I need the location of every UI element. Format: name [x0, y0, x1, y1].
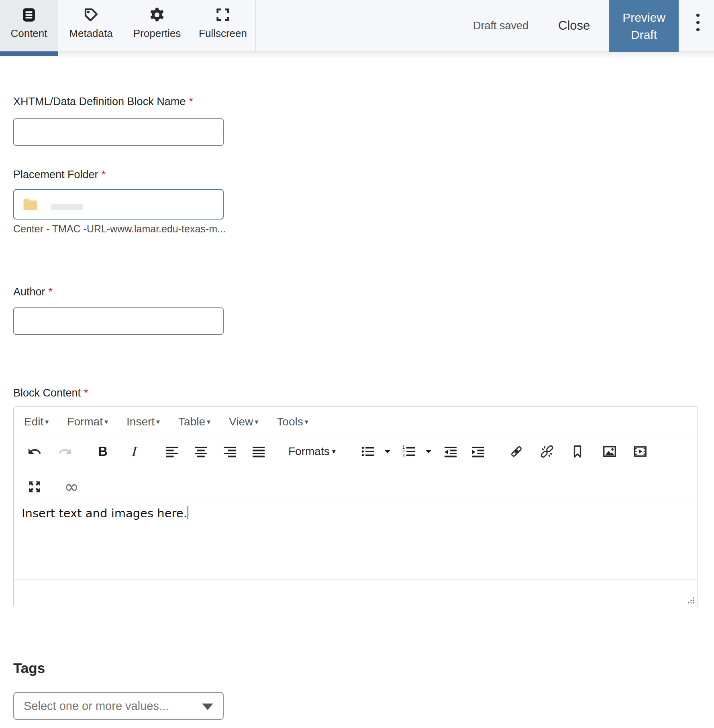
required-asterisk: *	[102, 169, 106, 181]
tab-metadata-label: Metadata	[69, 27, 112, 40]
text-cursor	[188, 506, 188, 519]
close-button[interactable]: Close	[558, 0, 590, 51]
indent-button[interactable]	[467, 442, 488, 461]
numbered-list-button[interactable]: 123	[398, 442, 419, 461]
editor-content-text: Insert text and images here.	[22, 506, 187, 520]
tags-heading: Tags	[13, 660, 45, 676]
menu-view[interactable]: View▾	[229, 415, 258, 428]
tab-strip: Content Metadata Properties Fullscreen	[0, 0, 714, 51]
rich-text-editor: Edit▾ Format▾ Insert▾ Table▾ View▾ Tools…	[13, 406, 698, 607]
placement-folder-label: Placement Folder*	[13, 169, 106, 181]
redo-button[interactable]	[55, 442, 75, 461]
tab-properties[interactable]: Properties	[124, 0, 190, 51]
insert-image-button[interactable]	[599, 442, 620, 461]
required-asterisk: *	[84, 387, 88, 399]
chevron-down-icon: ▾	[207, 417, 210, 426]
undo-icon	[27, 444, 42, 459]
tab-metadata[interactable]: Metadata	[58, 0, 124, 51]
numbered-list-icon: 123	[402, 444, 416, 459]
tab-content-label: Content	[10, 27, 47, 40]
tab-properties-label: Properties	[133, 27, 181, 40]
bold-button[interactable]: B	[92, 442, 113, 461]
indent-icon	[471, 444, 485, 459]
author-label: Author*	[13, 286, 53, 298]
media-icon	[633, 444, 647, 459]
placement-folder-chooser[interactable]	[13, 189, 224, 220]
header-shadow	[0, 52, 714, 59]
align-center-icon	[194, 444, 208, 459]
more-options-kebab-icon[interactable]	[690, 0, 706, 48]
required-asterisk: *	[49, 286, 53, 298]
internal-link-button[interactable]: ∞	[61, 477, 82, 496]
menu-tools[interactable]: Tools▾	[277, 415, 308, 428]
align-left-button[interactable]	[161, 442, 182, 461]
block-content-label: Block Content*	[13, 387, 88, 399]
placement-folder-name-obscured	[51, 204, 83, 210]
draft-saved-status: Draft saved	[473, 0, 528, 51]
editor-toolbar: B I Formats▾	[14, 437, 698, 498]
align-right-icon	[222, 444, 237, 459]
tab-fullscreen[interactable]: Fullscreen	[190, 0, 256, 51]
chevron-down-icon: ▾	[156, 417, 160, 426]
content-icon	[20, 6, 38, 24]
chevron-down-icon: ▾	[45, 417, 49, 426]
undo-button[interactable]	[24, 442, 45, 461]
anchor-bookmark-button[interactable]	[567, 442, 588, 461]
tab-content[interactable]: Content	[0, 0, 58, 51]
preview-draft-line2: Draft	[631, 26, 657, 43]
bullet-list-button[interactable]	[357, 442, 378, 461]
menu-insert[interactable]: Insert▾	[126, 415, 160, 428]
editor-status-bar	[14, 579, 698, 607]
editor-menubar: Edit▾ Format▾ Insert▾ Table▾ View▾ Tools…	[14, 407, 698, 437]
outdent-button[interactable]	[440, 442, 461, 461]
fullscreen-brackets-icon	[214, 6, 232, 24]
numbered-list-caret-icon	[424, 447, 432, 456]
chevron-down-icon: ▾	[305, 417, 308, 426]
chevron-down-icon	[202, 704, 213, 710]
unlink-button[interactable]	[537, 442, 557, 461]
italic-button[interactable]: I	[123, 442, 144, 461]
bullet-list-caret-button[interactable]	[381, 442, 394, 461]
chevron-down-icon: ▾	[255, 417, 258, 426]
preview-draft-button[interactable]: Preview Draft	[609, 0, 679, 52]
bookmark-icon	[570, 444, 585, 459]
tags-placeholder: Select one or more values...	[24, 700, 169, 713]
align-right-button[interactable]	[219, 442, 240, 461]
numbered-list-caret-button[interactable]	[422, 442, 435, 461]
align-justify-icon	[251, 444, 266, 459]
menu-format[interactable]: Format▾	[67, 415, 108, 428]
tag-icon	[82, 6, 100, 24]
header-bar: Content Metadata Properties Fullscreen	[0, 0, 714, 52]
required-asterisk: *	[189, 96, 193, 108]
outdent-icon	[443, 444, 458, 459]
redo-icon	[58, 444, 72, 459]
gear-icon	[148, 6, 166, 24]
tags-select[interactable]: Select one or more values...	[13, 692, 224, 720]
tab-fullscreen-label: Fullscreen	[199, 27, 247, 40]
link-icon	[509, 444, 524, 459]
align-left-icon	[165, 444, 179, 459]
align-justify-button[interactable]	[248, 442, 269, 461]
formats-dropdown[interactable]: Formats▾	[288, 442, 336, 461]
editor-fullscreen-button[interactable]	[24, 477, 45, 496]
folder-icon	[22, 197, 39, 211]
editor-content-area[interactable]: Insert text and images here.	[14, 498, 698, 579]
block-name-input[interactable]	[13, 118, 224, 146]
menu-edit[interactable]: Edit▾	[24, 415, 49, 428]
preview-draft-line1: Preview	[622, 9, 665, 26]
svg-text:3: 3	[402, 453, 405, 458]
image-icon	[602, 444, 617, 459]
expand-arrows-icon	[27, 480, 42, 494]
editor-page: Content Metadata Properties Fullscreen	[0, 0, 714, 728]
infinity-link-icon: ∞	[64, 478, 79, 496]
block-name-label: XHTML/Data Definition Block Name*	[13, 96, 193, 108]
author-input[interactable]	[13, 307, 224, 335]
insert-media-button[interactable]	[630, 442, 651, 461]
italic-icon: I	[131, 444, 136, 460]
menu-table[interactable]: Table▾	[178, 415, 210, 428]
link-button[interactable]	[506, 442, 527, 461]
chevron-down-icon: ▾	[104, 417, 108, 426]
align-center-button[interactable]	[190, 442, 211, 461]
bullet-list-icon	[361, 444, 375, 459]
resize-grip[interactable]	[687, 596, 695, 604]
